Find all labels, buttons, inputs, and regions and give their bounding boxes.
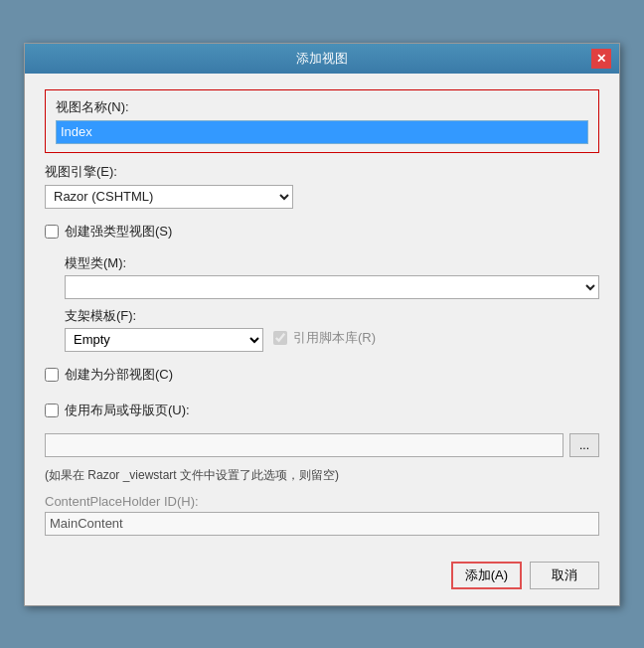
scaffold-row: 支架模板(F): Empty Create Delete Details Edi…: [65, 307, 599, 352]
scaffold-select[interactable]: Empty Create Delete Details Edit List: [65, 328, 263, 352]
dialog-footer: 添加(A) 取消: [25, 552, 619, 605]
view-engine-label: 视图引擎(E):: [45, 163, 599, 181]
add-button[interactable]: 添加(A): [451, 562, 522, 589]
layout-path-row: ...: [45, 433, 599, 457]
hint-text: (如果在 Razor _viewstart 文件中设置了此选项，则留空): [45, 467, 599, 484]
partial-view-row: 创建为分部视图(C): [45, 366, 599, 384]
use-layout-checkbox[interactable]: [45, 404, 59, 417]
view-name-label: 视图名称(N):: [56, 98, 588, 116]
strongly-typed-checkbox[interactable]: [45, 225, 59, 239]
strongly-typed-row: 创建强类型视图(S): [45, 223, 599, 241]
content-placeholder-group: ContentPlaceHolder ID(H):: [45, 494, 599, 536]
view-name-input[interactable]: [56, 120, 588, 144]
reference-script-label: 引用脚本库(R): [293, 329, 376, 347]
use-layout-label[interactable]: 使用布局或母版页(U):: [65, 402, 190, 419]
reference-script-checkbox: [273, 331, 287, 345]
use-layout-row: 使用布局或母版页(U):: [45, 402, 599, 419]
content-placeholder-input[interactable]: [45, 512, 599, 536]
partial-view-checkbox[interactable]: [45, 368, 59, 382]
indented-section: 模型类(M): 支架模板(F): Empty Create Delete Det…: [45, 254, 599, 352]
view-name-group: 视图名称(N):: [45, 89, 599, 153]
dialog-content: 视图名称(N): 视图引擎(E): Razor (CSHTML) ASPX Ra…: [25, 74, 619, 552]
cancel-button[interactable]: 取消: [530, 562, 599, 589]
layout-path-input[interactable]: [45, 433, 564, 457]
hint-content: (如果在 Razor _viewstart 文件中设置了此选项，则留空): [45, 466, 339, 484]
view-engine-group: 视图引擎(E): Razor (CSHTML) ASPX Razor (VBHT…: [45, 163, 599, 209]
dialog-title: 添加视图: [53, 50, 591, 68]
model-class-select[interactable]: [65, 275, 599, 299]
partial-view-label[interactable]: 创建为分部视图(C): [65, 366, 173, 384]
strongly-typed-label[interactable]: 创建强类型视图(S): [65, 223, 172, 241]
add-view-dialog: 添加视图 ✕ 视图名称(N): 视图引擎(E): Razor (CSHTML) …: [24, 43, 620, 606]
browse-button[interactable]: ...: [569, 433, 599, 457]
scaffold-label: 支架模板(F):: [65, 307, 263, 325]
model-class-label: 模型类(M):: [65, 254, 599, 272]
close-button[interactable]: ✕: [591, 49, 611, 69]
view-engine-select[interactable]: Razor (CSHTML) ASPX Razor (VBHTML): [45, 185, 293, 209]
title-bar: 添加视图 ✕: [25, 44, 619, 74]
model-class-group: 模型类(M):: [65, 254, 599, 299]
reference-script-row: 引用脚本库(R): [273, 329, 376, 347]
content-placeholder-label: ContentPlaceHolder ID(H):: [45, 494, 599, 509]
scaffold-template-group: 支架模板(F): Empty Create Delete Details Edi…: [65, 307, 263, 352]
